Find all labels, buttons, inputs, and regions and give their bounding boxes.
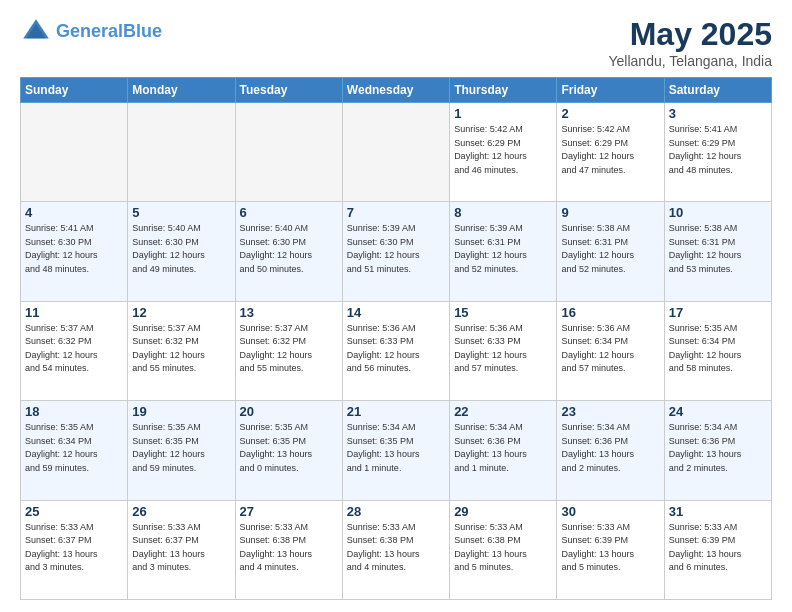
day-number: 14 [347,305,445,320]
day-info: Sunrise: 5:33 AM Sunset: 6:38 PM Dayligh… [347,521,445,575]
table-row: 22Sunrise: 5:34 AM Sunset: 6:36 PM Dayli… [450,401,557,500]
day-info: Sunrise: 5:38 AM Sunset: 6:31 PM Dayligh… [561,222,659,276]
table-row: 30Sunrise: 5:33 AM Sunset: 6:39 PM Dayli… [557,500,664,599]
day-number: 18 [25,404,123,419]
day-info: Sunrise: 5:35 AM Sunset: 6:34 PM Dayligh… [669,322,767,376]
table-row: 27Sunrise: 5:33 AM Sunset: 6:38 PM Dayli… [235,500,342,599]
logo: GeneralBlue [20,16,162,48]
day-info: Sunrise: 5:33 AM Sunset: 6:39 PM Dayligh… [669,521,767,575]
calendar-week-row: 1Sunrise: 5:42 AM Sunset: 6:29 PM Daylig… [21,103,772,202]
day-number: 23 [561,404,659,419]
table-row: 1Sunrise: 5:42 AM Sunset: 6:29 PM Daylig… [450,103,557,202]
table-row [128,103,235,202]
day-info: Sunrise: 5:41 AM Sunset: 6:30 PM Dayligh… [25,222,123,276]
day-info: Sunrise: 5:42 AM Sunset: 6:29 PM Dayligh… [561,123,659,177]
day-info: Sunrise: 5:33 AM Sunset: 6:37 PM Dayligh… [25,521,123,575]
day-number: 17 [669,305,767,320]
table-row: 12Sunrise: 5:37 AM Sunset: 6:32 PM Dayli… [128,301,235,400]
day-number: 4 [25,205,123,220]
logo-text: GeneralBlue [56,22,162,42]
day-number: 11 [25,305,123,320]
table-row: 28Sunrise: 5:33 AM Sunset: 6:38 PM Dayli… [342,500,449,599]
table-row: 29Sunrise: 5:33 AM Sunset: 6:38 PM Dayli… [450,500,557,599]
calendar-week-row: 25Sunrise: 5:33 AM Sunset: 6:37 PM Dayli… [21,500,772,599]
day-info: Sunrise: 5:35 AM Sunset: 6:35 PM Dayligh… [132,421,230,475]
day-number: 7 [347,205,445,220]
table-row: 5Sunrise: 5:40 AM Sunset: 6:30 PM Daylig… [128,202,235,301]
th-wednesday: Wednesday [342,78,449,103]
day-info: Sunrise: 5:33 AM Sunset: 6:37 PM Dayligh… [132,521,230,575]
location-title: Yellandu, Telangana, India [609,53,772,69]
day-info: Sunrise: 5:40 AM Sunset: 6:30 PM Dayligh… [132,222,230,276]
day-info: Sunrise: 5:36 AM Sunset: 6:33 PM Dayligh… [454,322,552,376]
table-row: 9Sunrise: 5:38 AM Sunset: 6:31 PM Daylig… [557,202,664,301]
day-info: Sunrise: 5:38 AM Sunset: 6:31 PM Dayligh… [669,222,767,276]
header: GeneralBlue May 2025 Yellandu, Telangana… [20,16,772,69]
day-info: Sunrise: 5:34 AM Sunset: 6:36 PM Dayligh… [454,421,552,475]
day-info: Sunrise: 5:35 AM Sunset: 6:35 PM Dayligh… [240,421,338,475]
day-number: 28 [347,504,445,519]
day-number: 3 [669,106,767,121]
table-row [235,103,342,202]
day-info: Sunrise: 5:35 AM Sunset: 6:34 PM Dayligh… [25,421,123,475]
table-row: 8Sunrise: 5:39 AM Sunset: 6:31 PM Daylig… [450,202,557,301]
table-row: 6Sunrise: 5:40 AM Sunset: 6:30 PM Daylig… [235,202,342,301]
table-row: 3Sunrise: 5:41 AM Sunset: 6:29 PM Daylig… [664,103,771,202]
day-number: 12 [132,305,230,320]
day-info: Sunrise: 5:34 AM Sunset: 6:36 PM Dayligh… [561,421,659,475]
title-block: May 2025 Yellandu, Telangana, India [609,16,772,69]
table-row: 14Sunrise: 5:36 AM Sunset: 6:33 PM Dayli… [342,301,449,400]
table-row: 25Sunrise: 5:33 AM Sunset: 6:37 PM Dayli… [21,500,128,599]
day-number: 26 [132,504,230,519]
day-info: Sunrise: 5:33 AM Sunset: 6:39 PM Dayligh… [561,521,659,575]
table-row: 11Sunrise: 5:37 AM Sunset: 6:32 PM Dayli… [21,301,128,400]
table-row: 18Sunrise: 5:35 AM Sunset: 6:34 PM Dayli… [21,401,128,500]
day-info: Sunrise: 5:41 AM Sunset: 6:29 PM Dayligh… [669,123,767,177]
table-row: 20Sunrise: 5:35 AM Sunset: 6:35 PM Dayli… [235,401,342,500]
day-info: Sunrise: 5:39 AM Sunset: 6:31 PM Dayligh… [454,222,552,276]
day-info: Sunrise: 5:36 AM Sunset: 6:34 PM Dayligh… [561,322,659,376]
th-thursday: Thursday [450,78,557,103]
day-number: 29 [454,504,552,519]
calendar-header-row: Sunday Monday Tuesday Wednesday Thursday… [21,78,772,103]
th-sunday: Sunday [21,78,128,103]
calendar-week-row: 18Sunrise: 5:35 AM Sunset: 6:34 PM Dayli… [21,401,772,500]
table-row: 2Sunrise: 5:42 AM Sunset: 6:29 PM Daylig… [557,103,664,202]
day-info: Sunrise: 5:40 AM Sunset: 6:30 PM Dayligh… [240,222,338,276]
day-number: 30 [561,504,659,519]
day-info: Sunrise: 5:33 AM Sunset: 6:38 PM Dayligh… [240,521,338,575]
day-number: 24 [669,404,767,419]
table-row: 7Sunrise: 5:39 AM Sunset: 6:30 PM Daylig… [342,202,449,301]
day-info: Sunrise: 5:36 AM Sunset: 6:33 PM Dayligh… [347,322,445,376]
day-number: 31 [669,504,767,519]
logo-line2: Blue [123,21,162,41]
calendar-table: Sunday Monday Tuesday Wednesday Thursday… [20,77,772,600]
day-number: 6 [240,205,338,220]
logo-icon [20,16,52,48]
calendar-week-row: 11Sunrise: 5:37 AM Sunset: 6:32 PM Dayli… [21,301,772,400]
day-info: Sunrise: 5:39 AM Sunset: 6:30 PM Dayligh… [347,222,445,276]
day-info: Sunrise: 5:34 AM Sunset: 6:36 PM Dayligh… [669,421,767,475]
th-friday: Friday [557,78,664,103]
table-row: 4Sunrise: 5:41 AM Sunset: 6:30 PM Daylig… [21,202,128,301]
day-info: Sunrise: 5:37 AM Sunset: 6:32 PM Dayligh… [25,322,123,376]
day-number: 21 [347,404,445,419]
day-info: Sunrise: 5:42 AM Sunset: 6:29 PM Dayligh… [454,123,552,177]
month-title: May 2025 [609,16,772,53]
page: GeneralBlue May 2025 Yellandu, Telangana… [0,0,792,612]
th-monday: Monday [128,78,235,103]
logo-line1: General [56,21,123,41]
table-row: 17Sunrise: 5:35 AM Sunset: 6:34 PM Dayli… [664,301,771,400]
th-tuesday: Tuesday [235,78,342,103]
table-row: 24Sunrise: 5:34 AM Sunset: 6:36 PM Dayli… [664,401,771,500]
day-info: Sunrise: 5:37 AM Sunset: 6:32 PM Dayligh… [132,322,230,376]
table-row: 15Sunrise: 5:36 AM Sunset: 6:33 PM Dayli… [450,301,557,400]
table-row: 21Sunrise: 5:34 AM Sunset: 6:35 PM Dayli… [342,401,449,500]
calendar-week-row: 4Sunrise: 5:41 AM Sunset: 6:30 PM Daylig… [21,202,772,301]
table-row: 26Sunrise: 5:33 AM Sunset: 6:37 PM Dayli… [128,500,235,599]
table-row: 19Sunrise: 5:35 AM Sunset: 6:35 PM Dayli… [128,401,235,500]
table-row [21,103,128,202]
day-number: 25 [25,504,123,519]
table-row: 23Sunrise: 5:34 AM Sunset: 6:36 PM Dayli… [557,401,664,500]
day-number: 16 [561,305,659,320]
